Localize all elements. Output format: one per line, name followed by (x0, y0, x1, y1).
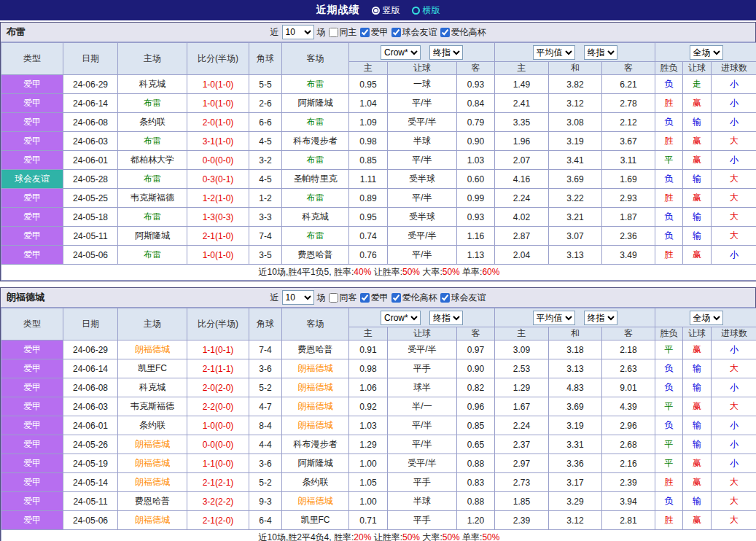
home-team[interactable]: 凯里FC (118, 359, 187, 378)
corner-score: 5-2 (249, 473, 282, 492)
filter-同客[interactable]: 同客 (329, 292, 357, 304)
home-team[interactable]: 阿斯隆城 (118, 227, 187, 246)
filter-同主[interactable]: 同主 (329, 26, 357, 39)
score[interactable]: 1-0(0-0) (187, 416, 249, 435)
home-team[interactable]: 朗福德城 (118, 454, 187, 473)
score[interactable]: 1-2(1-0) (187, 189, 249, 208)
bookmaker-select[interactable]: Crow* (381, 45, 421, 60)
filter-checkbox[interactable] (329, 28, 338, 37)
score[interactable]: 1-0(1-0) (187, 246, 249, 265)
goals-flag: 小 (712, 94, 756, 113)
handicap-line: 受平/半 (388, 340, 457, 359)
league-badge: 爱甲 (1, 151, 63, 170)
score[interactable]: 2-1(1-0) (187, 227, 249, 246)
odds-stage-select[interactable]: 终指 (429, 311, 463, 325)
home-team[interactable]: 布雷 (118, 208, 187, 227)
odds-stage-select-2[interactable]: 终指 (584, 311, 617, 325)
odds-stage-select[interactable]: 终指 (429, 45, 463, 60)
filter-checkbox[interactable] (440, 293, 450, 303)
home-team[interactable]: 条约联 (118, 416, 187, 435)
away-team[interactable]: 布雷 (282, 151, 349, 170)
away-team[interactable]: 布雷 (282, 75, 349, 94)
layout-radio-vertical[interactable]: 竖版 (372, 4, 400, 17)
match-row: 爱甲24-06-08条约联2-0(1-0)6-6布雷1.09受平/半0.793.… (1, 113, 756, 132)
filter-爱伦高杯[interactable]: 爱伦高杯 (440, 26, 486, 39)
corner-score: 4-5 (249, 170, 282, 189)
score[interactable]: 1-1(0-0) (187, 454, 249, 473)
home-team[interactable]: 科克城 (118, 378, 187, 397)
layout-radio-horizontal[interactable]: 横版 (412, 4, 440, 17)
filter-爱伦高杯[interactable]: 爱伦高杯 (391, 292, 437, 304)
home-team[interactable]: 韦克斯福德 (118, 397, 187, 416)
away-team[interactable]: 科克城 (282, 208, 349, 227)
score[interactable]: 1-0(1-0) (187, 75, 249, 94)
summary-handicap-label: 让胜率: (374, 532, 402, 541)
filter-爱甲[interactable]: 爱甲 (360, 292, 389, 304)
home-team[interactable]: 都柏林大学 (118, 151, 187, 170)
recent-count-select[interactable]: 10 (282, 25, 314, 39)
score[interactable]: 2-1(2-0) (187, 511, 249, 530)
filter-checkbox[interactable] (440, 28, 450, 37)
away-team[interactable]: 朗福德城 (282, 359, 349, 378)
home-team[interactable]: 朗福德城 (118, 435, 187, 454)
away-team[interactable]: 布雷 (282, 113, 349, 132)
filter-checkbox[interactable] (391, 293, 401, 303)
away-team[interactable]: 朗福德城 (282, 378, 349, 397)
home-team[interactable]: 费恩哈普 (118, 492, 187, 511)
odds-stage-select-2[interactable]: 终指 (584, 45, 617, 60)
score[interactable]: 1-0(1-0) (187, 94, 249, 113)
score[interactable]: 0-0(0-0) (187, 151, 249, 170)
away-team[interactable]: 费恩哈普 (282, 246, 349, 265)
home-team[interactable]: 布雷 (118, 246, 187, 265)
filter-球会友谊[interactable]: 球会友谊 (391, 26, 437, 39)
home-team[interactable]: 布雷 (118, 170, 187, 189)
score[interactable]: 2-1(1-1) (187, 359, 249, 378)
score[interactable]: 2-0(2-0) (187, 378, 249, 397)
score[interactable]: 0-0(0-0) (187, 435, 249, 454)
home-team[interactable]: 科克城 (118, 75, 187, 94)
filter-球会友谊[interactable]: 球会友谊 (440, 292, 486, 304)
home-team[interactable]: 朗福德城 (118, 473, 187, 492)
home-team[interactable]: 布雷 (118, 132, 187, 151)
average-select[interactable]: 平均值 (533, 311, 575, 325)
score[interactable]: 0-3(0-1) (187, 170, 249, 189)
filter-爱甲[interactable]: 爱甲 (360, 26, 389, 39)
handicap-odds-away: 0.93 (457, 75, 495, 94)
score[interactable]: 2-2(0-0) (187, 397, 249, 416)
away-team[interactable]: 阿斯隆城 (282, 454, 349, 473)
home-team[interactable]: 条约联 (118, 113, 187, 132)
away-team[interactable]: 科布漫步者 (282, 132, 349, 151)
filter-checkbox[interactable] (360, 28, 370, 37)
bookmaker-select[interactable]: Crow* (381, 311, 421, 325)
away-team[interactable]: 布雷 (282, 189, 349, 208)
home-team[interactable]: 朗福德城 (118, 340, 187, 359)
away-team[interactable]: 阿斯隆城 (282, 94, 349, 113)
score[interactable]: 1-3(0-3) (187, 208, 249, 227)
scope-select[interactable]: 全场 (690, 45, 723, 60)
away-team[interactable]: 圣帕特里克 (282, 170, 349, 189)
away-team[interactable]: 费恩哈普 (282, 340, 349, 359)
away-team[interactable]: 布雷 (282, 227, 349, 246)
away-team[interactable]: 凯里FC (282, 511, 349, 530)
away-team[interactable]: 朗福德城 (282, 416, 349, 435)
home-team[interactable]: 韦克斯福德 (118, 189, 187, 208)
average-select[interactable]: 平均值 (533, 45, 575, 60)
scope-select[interactable]: 全场 (690, 311, 723, 325)
col-result: 胜负 (655, 327, 683, 340)
home-team[interactable]: 朗福德城 (118, 511, 187, 530)
avg-odds-home: 2.24 (495, 416, 549, 435)
away-team[interactable]: 科布漫步者 (282, 435, 349, 454)
away-team[interactable]: 朗福德城 (282, 397, 349, 416)
filter-checkbox[interactable] (329, 293, 338, 303)
filter-checkbox[interactable] (360, 293, 370, 303)
score[interactable]: 1-1(0-1) (187, 340, 249, 359)
score[interactable]: 2-1(2-1) (187, 473, 249, 492)
away-team[interactable]: 朗福德城 (282, 492, 349, 511)
score[interactable]: 2-0(1-0) (187, 113, 249, 132)
score[interactable]: 3-2(2-2) (187, 492, 249, 511)
home-team[interactable]: 布雷 (118, 94, 187, 113)
score[interactable]: 3-1(1-0) (187, 132, 249, 151)
away-team[interactable]: 条约联 (282, 473, 349, 492)
recent-count-select[interactable]: 10 (282, 290, 314, 305)
filter-checkbox[interactable] (391, 28, 401, 37)
